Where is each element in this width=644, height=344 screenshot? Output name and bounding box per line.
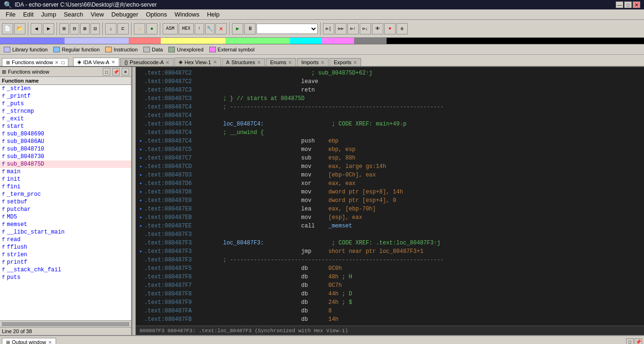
menu-debugger[interactable]: Debugger xyxy=(107,10,142,19)
function-item-MD5[interactable]: fMD5 xyxy=(0,213,131,221)
menu-view[interactable]: View xyxy=(87,10,107,19)
tb-step[interactable]: ⊳| xyxy=(323,23,334,34)
functions-restore[interactable]: □ xyxy=(103,68,110,76)
tb-btn4[interactable]: ⊟ xyxy=(70,23,79,34)
tb-stop[interactable]: ✕ xyxy=(215,23,227,34)
function-item-strlen[interactable]: fstrlen xyxy=(0,251,131,259)
tb-stepout[interactable]: ⊳↑ xyxy=(347,23,359,34)
function-item-sub_8048690[interactable]: fsub_8048690 xyxy=(0,130,131,138)
tb-breakpoint[interactable]: ● xyxy=(384,23,396,34)
functions-close-btn[interactable]: ✕ xyxy=(122,68,129,76)
tab-enums-label: Enums xyxy=(270,59,286,65)
function-item-init[interactable]: finit xyxy=(0,176,131,183)
tb-pause[interactable]: ⏸ xyxy=(244,23,256,34)
tb-btn7[interactable]: ⊏ xyxy=(117,23,129,34)
menu-search[interactable]: Search xyxy=(60,10,87,19)
function-item-sub_8048730[interactable]: fsub_8048730 xyxy=(0,153,131,160)
output-restore[interactable]: □ xyxy=(626,338,634,344)
tab-functions-window[interactable]: ⊞ Functions window ✕ □ xyxy=(2,58,68,66)
tab-hex-close[interactable]: ✕ xyxy=(213,59,217,65)
tb-new[interactable]: 📄 xyxy=(2,23,13,34)
tab-exports[interactable]: Exports ✕ xyxy=(330,58,361,66)
output-pin[interactable]: 📌 xyxy=(635,338,642,344)
legend-library: Library function xyxy=(4,47,48,52)
function-item-main[interactable]: fmain xyxy=(0,168,131,176)
tab-pseudo-close[interactable]: ✕ xyxy=(165,60,169,65)
close-button[interactable]: ✕ xyxy=(633,1,640,8)
tb-hex[interactable]: HEX xyxy=(179,23,194,34)
tab-exports-close[interactable]: ✕ xyxy=(353,60,357,65)
tb-arrow-down[interactable]: ↓ xyxy=(105,23,116,34)
tb-back[interactable]: ◀ xyxy=(31,23,42,34)
tab-ida-close[interactable]: ✕ xyxy=(111,59,115,65)
tab-functions-close[interactable]: ✕ xyxy=(55,60,58,65)
tab-hex-view-1[interactable]: ◈ Hex View-1 ✕ xyxy=(174,58,221,66)
tab-struct-close[interactable]: ✕ xyxy=(257,60,261,65)
tab-ida-view-a[interactable]: ◈ IDA View-A ✕ xyxy=(73,58,119,66)
function-item-__libc_start_main[interactable]: f__libc_start_main xyxy=(0,228,131,236)
function-item-_printf[interactable]: f_printf xyxy=(0,92,131,100)
code-view[interactable]: .text:080487C2 ; sub_804875D+62↑j.text:0… xyxy=(136,67,644,326)
functions-pin[interactable]: 📌 xyxy=(112,68,120,76)
tb-stepover[interactable]: ⊳⊳ xyxy=(335,23,347,34)
menu-edit[interactable]: Edit xyxy=(19,10,37,19)
function-item-sub_8048710[interactable]: fsub_8048710 xyxy=(0,145,131,153)
debugger-combo[interactable]: No debugger xyxy=(256,24,318,34)
function-item-_strlen[interactable]: f_strlen xyxy=(0,85,131,92)
tab-enums-close[interactable]: ✕ xyxy=(288,60,292,65)
function-item-__stack_chk_fail[interactable]: f__stack_chk_fail xyxy=(0,266,131,274)
tb-warn[interactable]: ⚠ xyxy=(134,23,145,34)
menu-file[interactable]: File xyxy=(2,10,19,19)
tb-play[interactable]: ▶ xyxy=(232,23,243,34)
function-item-_strncmp[interactable]: f_strncmp xyxy=(0,108,131,115)
minimize-button[interactable]: — xyxy=(616,1,623,8)
function-item-start[interactable]: fstart xyxy=(0,123,131,130)
function-item-_exit[interactable]: f_exit xyxy=(0,115,131,123)
tb-run2[interactable]: ⊳↓ xyxy=(360,23,371,34)
line-addr-19: .text:080487F3 xyxy=(144,230,220,239)
tb-run[interactable]: ● xyxy=(146,23,157,34)
function-item-_puts[interactable]: f_puts xyxy=(0,100,131,108)
resize-handle[interactable] xyxy=(132,67,136,335)
function-item-sub_80486AU[interactable]: fsub_80486AU xyxy=(0,138,131,145)
tab-enums[interactable]: Enums ✕ xyxy=(266,58,296,66)
tb-btn3[interactable]: ⊞ xyxy=(59,23,69,34)
func-scrollbar[interactable] xyxy=(2,322,129,326)
tb-asm[interactable]: ASM xyxy=(163,23,178,34)
tab-structures[interactable]: A Structures ✕ xyxy=(222,58,265,66)
tab-expand[interactable]: □ xyxy=(61,60,64,65)
tab-imports-close[interactable]: ✕ xyxy=(321,60,324,65)
tb-btn5[interactable]: ⊠ xyxy=(80,23,90,34)
tb-ptr[interactable]: ↑ xyxy=(195,23,204,34)
function-item-fini[interactable]: ffini xyxy=(0,183,131,191)
function-item-sub_804875D[interactable]: fsub_804875D xyxy=(0,160,131,168)
tab-imports[interactable]: Imports ✕ xyxy=(297,58,329,66)
function-item-puts[interactable]: fputs xyxy=(0,274,131,281)
func-list[interactable]: f_strlenf_printff_putsf_strncmpf_exitfst… xyxy=(0,85,131,320)
function-item-fflush[interactable]: ffflush xyxy=(0,243,131,251)
tb-watch[interactable]: 👁 xyxy=(372,23,383,34)
tab-output-window[interactable]: ⊞ Output window ✕ xyxy=(2,338,56,344)
tab-pseudocode-a[interactable]: {} Pseudocode-A ✕ xyxy=(120,58,174,66)
menu-options[interactable]: Options xyxy=(142,10,171,19)
maximize-button[interactable]: □ xyxy=(624,1,632,8)
line-addr-8: .text:080487C4 xyxy=(144,137,220,145)
function-item-memset[interactable]: fmemset xyxy=(0,221,131,228)
menu-windows[interactable]: Windows xyxy=(171,10,203,19)
output-close[interactable]: ✕ xyxy=(48,340,52,344)
function-item-printf[interactable]: fprintf xyxy=(0,259,131,266)
function-item-read[interactable]: fread xyxy=(0,236,131,243)
tb-fwd[interactable]: ▶ xyxy=(43,23,54,34)
tb-open[interactable]: 📂 xyxy=(14,23,25,34)
tb-btn8[interactable]: 🔧 xyxy=(205,23,215,34)
function-item-putchar[interactable]: fputchar xyxy=(0,206,131,213)
function-item-setbuf[interactable]: fsetbuf xyxy=(0,198,131,206)
func-lineinfo: Line 20 of 38 xyxy=(0,327,131,335)
navigation-band[interactable] xyxy=(0,38,644,44)
tb-misc[interactable]: ⚙ xyxy=(396,23,408,34)
function-item-_term_proc[interactable]: f_term_proc xyxy=(0,191,131,198)
menu-jump[interactable]: Jump xyxy=(37,10,60,19)
menu-help[interactable]: Help xyxy=(203,10,223,19)
code-line-10: ●.text:080487C7 sub esp, 88h xyxy=(140,154,640,162)
tb-btn6[interactable]: ⊡ xyxy=(91,23,100,34)
